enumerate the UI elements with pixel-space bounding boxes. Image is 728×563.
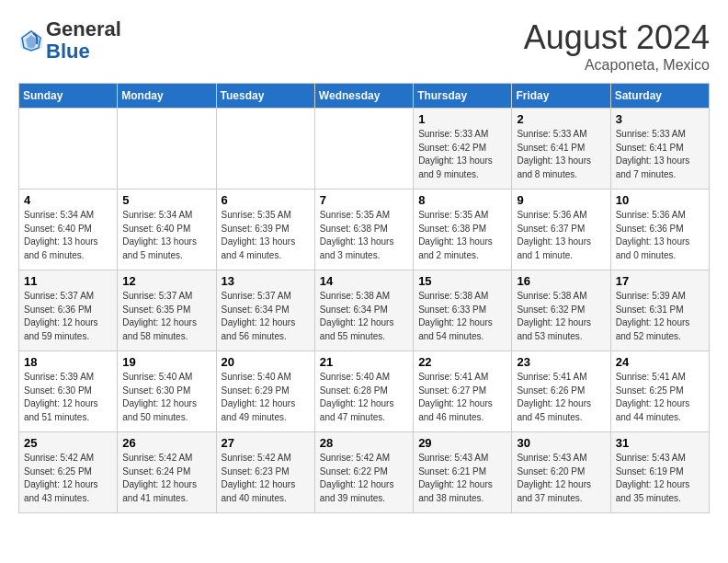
header-friday: Friday (512, 84, 610, 109)
day-cell: 7Sunrise: 5:35 AM Sunset: 6:38 PM Daylig… (314, 190, 413, 270)
week-row-1: 1Sunrise: 5:33 AM Sunset: 6:42 PM Daylig… (19, 109, 710, 190)
calendar-header-row: SundayMondayTuesdayWednesdayThursdayFrid… (19, 84, 710, 109)
day-cell (314, 109, 413, 190)
day-number: 15 (418, 274, 506, 288)
day-cell: 16Sunrise: 5:38 AM Sunset: 6:32 PM Dayli… (512, 270, 610, 351)
location: Acaponeta, Mexico (524, 57, 710, 74)
day-info: Sunrise: 5:33 AM Sunset: 6:41 PM Dayligh… (517, 128, 605, 181)
day-number: 30 (517, 436, 605, 450)
day-info: Sunrise: 5:34 AM Sunset: 6:40 PM Dayligh… (122, 209, 210, 262)
header-monday: Monday (118, 84, 216, 109)
week-row-2: 4Sunrise: 5:34 AM Sunset: 6:40 PM Daylig… (19, 190, 710, 270)
calendar-table: SundayMondayTuesdayWednesdayThursdayFrid… (18, 83, 710, 513)
day-info: Sunrise: 5:41 AM Sunset: 6:26 PM Dayligh… (517, 371, 605, 424)
week-row-4: 18Sunrise: 5:39 AM Sunset: 6:30 PM Dayli… (19, 351, 710, 432)
logo-general: General (46, 17, 121, 40)
day-cell: 30Sunrise: 5:43 AM Sunset: 6:20 PM Dayli… (512, 432, 610, 513)
day-number: 14 (320, 274, 408, 288)
day-number: 20 (222, 355, 310, 369)
day-info: Sunrise: 5:42 AM Sunset: 6:23 PM Dayligh… (222, 452, 310, 505)
day-cell: 4Sunrise: 5:34 AM Sunset: 6:40 PM Daylig… (19, 190, 118, 270)
day-cell: 15Sunrise: 5:38 AM Sunset: 6:33 PM Dayli… (414, 270, 512, 351)
day-number: 16 (517, 274, 605, 288)
day-cell: 6Sunrise: 5:35 AM Sunset: 6:39 PM Daylig… (216, 190, 314, 270)
day-cell: 1Sunrise: 5:33 AM Sunset: 6:42 PM Daylig… (414, 109, 512, 190)
day-cell (118, 109, 216, 190)
day-number: 4 (24, 193, 112, 207)
day-info: Sunrise: 5:42 AM Sunset: 6:22 PM Dayligh… (320, 452, 408, 505)
week-row-5: 25Sunrise: 5:42 AM Sunset: 6:25 PM Dayli… (19, 432, 710, 513)
day-number: 12 (122, 274, 210, 288)
day-cell: 28Sunrise: 5:42 AM Sunset: 6:22 PM Dayli… (314, 432, 413, 513)
day-cell: 21Sunrise: 5:40 AM Sunset: 6:28 PM Dayli… (314, 351, 413, 432)
day-number: 3 (616, 112, 704, 126)
day-number: 2 (517, 112, 605, 126)
day-info: Sunrise: 5:43 AM Sunset: 6:19 PM Dayligh… (616, 452, 704, 505)
day-cell (216, 109, 314, 190)
day-number: 10 (616, 193, 704, 207)
day-number: 21 (320, 355, 408, 369)
header-thursday: Thursday (414, 84, 512, 109)
day-number: 7 (320, 193, 408, 207)
day-number: 1 (418, 112, 506, 126)
day-info: Sunrise: 5:39 AM Sunset: 6:31 PM Dayligh… (616, 290, 704, 343)
day-cell: 2Sunrise: 5:33 AM Sunset: 6:41 PM Daylig… (512, 109, 610, 190)
day-cell: 9Sunrise: 5:36 AM Sunset: 6:37 PM Daylig… (512, 190, 610, 270)
day-number: 13 (222, 274, 310, 288)
title-block: August 2024 Acaponeta, Mexico (524, 18, 710, 74)
day-cell: 14Sunrise: 5:38 AM Sunset: 6:34 PM Dayli… (314, 270, 413, 351)
day-info: Sunrise: 5:33 AM Sunset: 6:42 PM Dayligh… (418, 128, 506, 181)
day-info: Sunrise: 5:35 AM Sunset: 6:38 PM Dayligh… (320, 209, 408, 262)
day-number: 25 (24, 436, 112, 450)
day-info: Sunrise: 5:40 AM Sunset: 6:30 PM Dayligh… (122, 371, 210, 424)
day-info: Sunrise: 5:35 AM Sunset: 6:39 PM Dayligh… (222, 209, 310, 262)
day-info: Sunrise: 5:37 AM Sunset: 6:34 PM Dayligh… (222, 290, 310, 343)
day-info: Sunrise: 5:38 AM Sunset: 6:32 PM Dayligh… (517, 290, 605, 343)
day-number: 29 (418, 436, 506, 450)
day-info: Sunrise: 5:37 AM Sunset: 6:36 PM Dayligh… (24, 290, 112, 343)
day-cell: 25Sunrise: 5:42 AM Sunset: 6:25 PM Dayli… (19, 432, 118, 513)
day-cell: 12Sunrise: 5:37 AM Sunset: 6:35 PM Dayli… (118, 270, 216, 351)
day-number: 26 (122, 436, 210, 450)
day-cell: 11Sunrise: 5:37 AM Sunset: 6:36 PM Dayli… (19, 270, 118, 351)
day-cell: 5Sunrise: 5:34 AM Sunset: 6:40 PM Daylig… (118, 190, 216, 270)
day-cell: 20Sunrise: 5:40 AM Sunset: 6:29 PM Dayli… (216, 351, 314, 432)
logo: General Blue (18, 18, 121, 63)
day-number: 23 (517, 355, 605, 369)
header-wednesday: Wednesday (314, 84, 413, 109)
day-info: Sunrise: 5:34 AM Sunset: 6:40 PM Dayligh… (24, 209, 112, 262)
day-info: Sunrise: 5:38 AM Sunset: 6:34 PM Dayligh… (320, 290, 408, 343)
day-info: Sunrise: 5:38 AM Sunset: 6:33 PM Dayligh… (418, 290, 506, 343)
day-number: 18 (24, 355, 112, 369)
day-info: Sunrise: 5:40 AM Sunset: 6:29 PM Dayligh… (222, 371, 310, 424)
day-number: 22 (418, 355, 506, 369)
day-info: Sunrise: 5:43 AM Sunset: 6:20 PM Dayligh… (517, 452, 605, 505)
day-cell: 24Sunrise: 5:41 AM Sunset: 6:25 PM Dayli… (610, 351, 709, 432)
page-header: General Blue August 2024 Acaponeta, Mexi… (18, 18, 710, 74)
day-cell: 18Sunrise: 5:39 AM Sunset: 6:30 PM Dayli… (19, 351, 118, 432)
day-info: Sunrise: 5:36 AM Sunset: 6:36 PM Dayligh… (616, 209, 704, 262)
day-number: 17 (616, 274, 704, 288)
day-number: 27 (222, 436, 310, 450)
day-number: 31 (616, 436, 704, 450)
day-cell: 29Sunrise: 5:43 AM Sunset: 6:21 PM Dayli… (414, 432, 512, 513)
day-info: Sunrise: 5:39 AM Sunset: 6:30 PM Dayligh… (24, 371, 112, 424)
day-info: Sunrise: 5:41 AM Sunset: 6:25 PM Dayligh… (616, 371, 704, 424)
day-info: Sunrise: 5:37 AM Sunset: 6:35 PM Dayligh… (122, 290, 210, 343)
header-tuesday: Tuesday (216, 84, 314, 109)
day-number: 5 (122, 193, 210, 207)
day-cell: 22Sunrise: 5:41 AM Sunset: 6:27 PM Dayli… (414, 351, 512, 432)
header-saturday: Saturday (610, 84, 709, 109)
day-cell: 23Sunrise: 5:41 AM Sunset: 6:26 PM Dayli… (512, 351, 610, 432)
day-cell: 17Sunrise: 5:39 AM Sunset: 6:31 PM Dayli… (610, 270, 709, 351)
logo-icon (18, 28, 44, 53)
day-number: 9 (517, 193, 605, 207)
day-cell: 19Sunrise: 5:40 AM Sunset: 6:30 PM Dayli… (118, 351, 216, 432)
day-cell: 8Sunrise: 5:35 AM Sunset: 6:38 PM Daylig… (414, 190, 512, 270)
day-cell: 26Sunrise: 5:42 AM Sunset: 6:24 PM Dayli… (118, 432, 216, 513)
day-cell: 13Sunrise: 5:37 AM Sunset: 6:34 PM Dayli… (216, 270, 314, 351)
day-info: Sunrise: 5:36 AM Sunset: 6:37 PM Dayligh… (517, 209, 605, 262)
day-info: Sunrise: 5:35 AM Sunset: 6:38 PM Dayligh… (418, 209, 506, 262)
day-info: Sunrise: 5:40 AM Sunset: 6:28 PM Dayligh… (320, 371, 408, 424)
day-number: 6 (222, 193, 310, 207)
